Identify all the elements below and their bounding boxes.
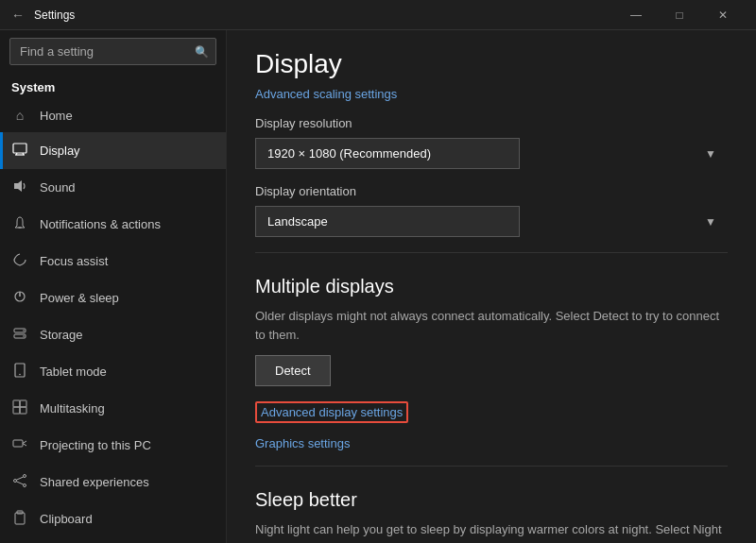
sidebar-item-clipboard[interactable]: Clipboard [0,501,226,537]
svg-point-23 [24,484,26,487]
close-button[interactable]: ✕ [701,0,745,30]
sidebar-item-label: Storage [40,328,83,342]
minimize-button[interactable]: — [614,0,658,30]
clipboard-icon [11,510,28,528]
multiple-displays-desc: Older displays might not always connect … [255,307,728,344]
storage-icon [11,326,28,344]
notifications-icon [11,215,28,233]
titlebar: ← Settings — □ ✕ [0,0,756,30]
divider-2 [255,466,728,467]
sleep-heading: Sleep better [255,489,728,511]
maximize-button[interactable]: □ [658,0,701,30]
advanced-display-link[interactable]: Advanced display settings [261,405,403,419]
power-icon [11,289,28,307]
home-icon: ⌂ [11,108,28,123]
scaling-settings-link[interactable]: Advanced scaling settings [255,87,728,101]
search-icon: 🔍 [195,45,209,59]
svg-rect-16 [13,407,20,414]
sidebar-item-multitasking[interactable]: Multitasking [0,390,226,427]
svg-line-20 [23,444,26,447]
sound-icon [11,178,28,196]
orientation-select[interactable]: Landscape [255,206,520,237]
orientation-dropdown-arrow: ▼ [705,215,716,229]
sidebar-item-shared[interactable]: Shared experiences [0,464,226,501]
sidebar-item-tablet[interactable]: Tablet mode [0,353,226,390]
search-input[interactable] [9,38,216,65]
svg-rect-18 [13,440,23,447]
svg-rect-15 [20,400,26,407]
sidebar-item-storage[interactable]: Storage [0,316,226,353]
shared-icon [11,473,28,491]
sidebar-item-focus[interactable]: Focus assist [0,243,226,280]
graphics-settings-link[interactable]: Graphics settings [255,436,728,450]
sidebar-item-label: Notifications & actions [40,217,161,231]
sleep-desc: Night light can help you get to sleep by… [255,520,728,543]
tablet-icon [11,363,28,381]
sidebar-item-label: Home [40,109,73,123]
sidebar-item-label: Tablet mode [40,365,107,379]
svg-point-10 [23,330,25,331]
sidebar-item-remote[interactable]: Remote Desktop [0,537,226,543]
sidebar-item-label: Projecting to this PC [40,438,151,452]
sidebar: 🔍 System ⌂ Home Display Sound Notificati… [0,30,227,543]
svg-rect-0 [13,144,26,153]
search-box: 🔍 [9,38,216,65]
orientation-label: Display orientation [255,184,728,198]
resolution-dropdown-wrap: 1920 × 1080 (Recommended) ▼ [255,138,728,169]
svg-rect-26 [15,513,25,524]
detect-button[interactable]: Detect [255,355,331,386]
projecting-icon [11,436,28,454]
display-icon [11,142,28,160]
orientation-dropdown-wrap: Landscape ▼ [255,206,728,237]
svg-line-19 [23,441,26,444]
svg-rect-17 [20,407,26,414]
svg-rect-14 [13,400,20,407]
svg-line-25 [16,482,23,484]
content-area: Display Advanced scaling settings Displa… [227,30,756,543]
svg-point-11 [23,335,25,337]
resolution-label: Display resolution [255,116,728,130]
resolution-dropdown-arrow: ▼ [705,147,716,161]
sidebar-item-projecting[interactable]: Projecting to this PC [0,427,226,464]
sidebar-item-label: Focus assist [40,254,108,268]
multitasking-icon [11,399,28,417]
resolution-select[interactable]: 1920 × 1080 (Recommended) [255,138,520,169]
svg-point-22 [14,480,17,483]
svg-line-24 [16,477,23,480]
svg-point-13 [19,374,21,376]
app-title: Settings [34,8,614,22]
sidebar-item-power[interactable]: Power & sleep [0,280,226,316]
sidebar-item-label: Display [40,144,80,158]
sidebar-item-notifications[interactable]: Notifications & actions [0,206,226,243]
main-layout: 🔍 System ⌂ Home Display Sound Notificati… [0,30,756,543]
window-controls: — □ ✕ [614,0,745,30]
sidebar-item-label: Sound [40,180,76,195]
advanced-display-highlight: Advanced display settings [255,401,408,423]
back-button[interactable]: ← [11,8,25,23]
sidebar-item-label: Shared experiences [40,475,149,489]
svg-point-21 [24,475,26,478]
svg-marker-4 [14,180,22,192]
focus-icon [11,252,28,270]
system-label: System [0,73,226,98]
sidebar-item-label: Multitasking [40,401,105,416]
sidebar-item-sound[interactable]: Sound [0,169,226,206]
sidebar-item-display[interactable]: Display [0,132,226,169]
page-title: Display [255,49,728,79]
sidebar-item-home[interactable]: ⌂ Home [0,98,226,132]
multiple-displays-heading: Multiple displays [255,276,728,297]
sidebar-item-label: Power & sleep [40,291,119,305]
sidebar-item-label: Clipboard [40,512,93,526]
divider-1 [255,252,728,253]
